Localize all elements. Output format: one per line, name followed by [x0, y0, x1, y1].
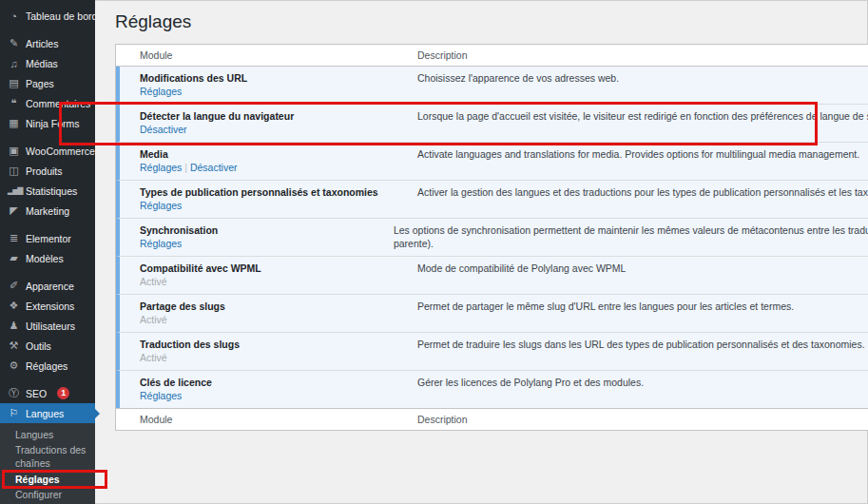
sidebar-item-tableau-de-bord[interactable]: ◔ Tableau de bord [0, 6, 95, 26]
products-icon: ◫ [8, 165, 20, 177]
module-description: Activer la gestion des langues et des tr… [417, 185, 868, 199]
sidebar-item-reglages[interactable]: ⚙ Réglages [0, 356, 95, 376]
module-title: Media [140, 147, 400, 161]
sidebar-item-produits[interactable]: ◫ Produits [0, 161, 95, 181]
row-browser-language-detect: Détecter la langue du navigateur Désacti… [116, 104, 868, 142]
sidebar-item-elementor[interactable]: ≣ Elementor [0, 228, 95, 248]
module-title: Compatibilité avec WPML [140, 262, 400, 275]
module-description: Les options de synchronisation permetten… [394, 223, 868, 237]
module-description-line2: parente). [394, 237, 868, 250]
templates-icon: ▰ [8, 252, 20, 264]
stats-bar-chart-icon: ▂▅▇ [8, 186, 20, 195]
sidebar-item-label: Tableau de bord [26, 10, 97, 22]
sidebar-item-label: Statistiques [26, 185, 77, 197]
row-synchronisation: Synchronisation Réglages Les options de … [116, 218, 868, 256]
posts-icon: ✎ [8, 37, 20, 49]
sidebar-item-outils[interactable]: ⚒ Outils [0, 336, 95, 356]
users-icon: ♟ [8, 320, 20, 332]
sidebar-item-seo[interactable]: Ⓨ SEO 1 [0, 383, 95, 403]
module-title: Types de publication personnalisés et ta… [140, 185, 400, 199]
sidebar-item-label: Médias [26, 58, 58, 69]
module-title: Clés de licence [140, 376, 400, 389]
module-title: Partage des slugs [140, 300, 400, 313]
module-title: Traduction des slugs [140, 338, 400, 351]
row-status-active: Activé [140, 352, 167, 363]
appearance-brush-icon: ✐ [8, 280, 20, 292]
row-license-keys: Clés de licence Réglages Gérer les licen… [116, 370, 868, 408]
sidebar-item-woocommerce[interactable]: ▣ WooCommerce [0, 141, 95, 161]
module-title: Modifications des URL [140, 71, 400, 85]
form-icon: ▦ [8, 117, 20, 129]
langues-submenu: Langues Traductions des chaînes Réglages… [0, 423, 95, 504]
table-header-row: Module Description [116, 45, 868, 67]
submenu-item-traductions-des-chaines[interactable]: Traductions des chaînes [0, 442, 95, 471]
row-media: Media Réglages | Désactiver Activate lan… [116, 142, 868, 180]
megaphone-icon: ◤ [8, 204, 20, 217]
module-description: Gérer les licences de Polylang Pro et de… [417, 376, 868, 389]
woocommerce-icon: ▣ [8, 145, 20, 157]
sidebar-item-label: Ninja Forms [26, 118, 80, 129]
module-description: Mode de compatibilité de Polylang avec W… [417, 262, 868, 275]
column-header-module: Module [116, 49, 408, 61]
module-description: Permet de traduire les slugs dans les UR… [417, 338, 868, 351]
languages-flag-icon: ⚐ [8, 407, 20, 419]
elementor-icon: ≣ [8, 232, 20, 244]
sidebar-item-label: Extensions [26, 300, 74, 312]
dashboard-icon: ◔ [8, 10, 20, 22]
submenu-item-langues[interactable]: Langues [0, 427, 95, 442]
submenu-item-configurer[interactable]: Configurer [0, 487, 95, 502]
row-status-active: Activé [140, 314, 167, 325]
sidebar-item-pages[interactable]: ▤ Pages [0, 73, 95, 93]
sidebar-item-articles[interactable]: ✎ Articles [0, 33, 95, 53]
sidebar-item-label: Utilisateurs [26, 320, 75, 332]
module-description: Lorsque la page d'accueil est visitée, l… [417, 109, 868, 123]
settings-gear-icon: ⚙ [8, 359, 20, 372]
sidebar-item-marketing[interactable]: ◤ Marketing [0, 201, 95, 221]
module-title: Synchronisation [140, 223, 376, 237]
row-slug-sharing: Partage des slugs Activé Permet de parta… [116, 294, 868, 332]
sidebar-item-label: Modèles [26, 253, 64, 264]
tools-icon: ⚒ [8, 339, 20, 352]
row-action-reglages[interactable]: Réglages [140, 86, 182, 97]
sidebar-item-label: Pages [26, 78, 54, 89]
column-footer-module: Module [116, 414, 408, 425]
polylang-modules-table: Module Description Modifications des URL… [115, 44, 868, 431]
row-status-active: Activé [140, 276, 167, 287]
row-action-reglages[interactable]: Réglages [140, 162, 182, 173]
sidebar-item-ninja-forms[interactable]: ▦ Ninja Forms [0, 113, 95, 133]
sidebar-item-label: SEO [26, 388, 47, 399]
sidebar-item-langues[interactable]: ⚐ Langues [0, 403, 95, 423]
sidebar-item-label: Réglages [26, 360, 68, 372]
row-custom-post-types-taxonomies: Types de publication personnalisés et ta… [116, 180, 868, 218]
sidebar-item-modeles[interactable]: ▰ Modèles [0, 248, 95, 268]
module-description: Permet de partager le même slug d'URL en… [417, 300, 868, 313]
row-action-reglages[interactable]: Réglages [140, 200, 182, 211]
row-url-modifications: Modifications des URL Réglages Choisisse… [116, 67, 868, 104]
yoast-seo-icon: Ⓨ [8, 386, 20, 400]
submenu-item-reglages[interactable]: Réglages [0, 472, 95, 487]
sidebar-item-label: Apparence [26, 281, 74, 292]
page-title: Réglages [115, 11, 191, 32]
media-icon: ♫ [8, 58, 20, 69]
row-action-reglages[interactable]: Réglages [140, 238, 182, 249]
module-description: Choisissez l'apparence de vos adresses w… [417, 71, 868, 85]
sidebar-item-extensions[interactable]: ❖ Extensions [0, 296, 95, 316]
row-wpml-compatibility: Compatibilité avec WPML Activé Mode de c… [116, 256, 868, 294]
row-slug-translation: Traduction des slugs Activé Permet de tr… [116, 332, 868, 370]
sidebar-item-label: Articles [26, 38, 58, 49]
sidebar-item-label: Elementor [26, 233, 71, 244]
row-action-reglages[interactable]: Réglages [140, 390, 182, 401]
sidebar-item-utilisateurs[interactable]: ♟ Utilisateurs [0, 316, 95, 336]
sidebar-item-medias[interactable]: ♫ Médias [0, 53, 95, 73]
sidebar-item-apparence[interactable]: ✐ Apparence [0, 276, 95, 296]
sidebar-item-label: Commentaires [26, 98, 90, 109]
sidebar-item-statistiques[interactable]: ▂▅▇ Statistiques [0, 181, 95, 201]
sidebar-item-label: Langues [26, 408, 64, 419]
row-action-desactiver[interactable]: Désactiver [190, 162, 238, 173]
sidebar-item-commentaires[interactable]: ❝ Commentaires [0, 93, 95, 113]
seo-notification-badge: 1 [57, 387, 69, 399]
row-action-desactiver[interactable]: Désactiver [140, 124, 187, 135]
sidebar-item-label: Marketing [26, 205, 69, 217]
column-header-description: Description [408, 49, 868, 61]
sidebar-item-label: WooCommerce [26, 145, 95, 157]
